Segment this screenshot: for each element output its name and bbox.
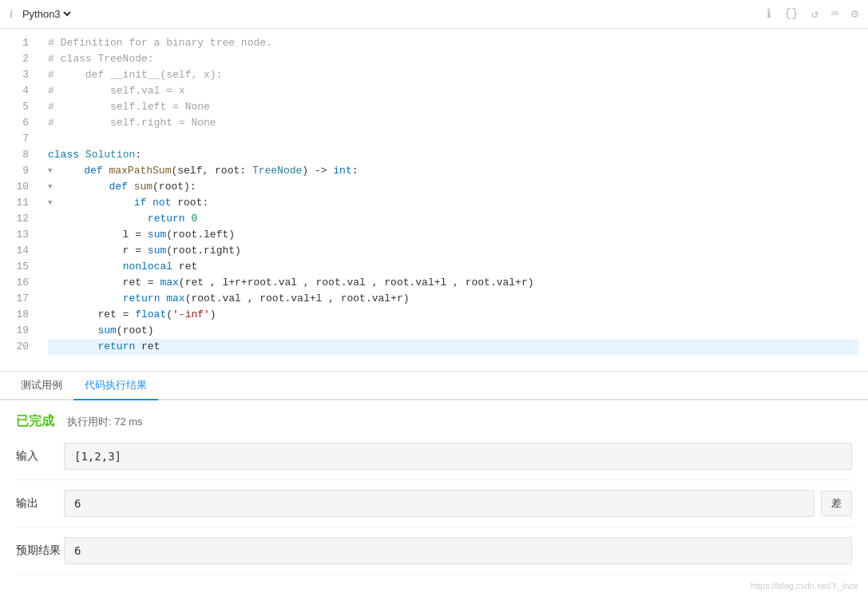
toolbar-left: i Python3 Java C++: [10, 7, 73, 21]
result-rows: 输入[1,2,3]输出6差预期结果6: [16, 443, 852, 575]
code-line: return max(root.val , root.val+l , root.…: [48, 291, 858, 307]
code-line: return ret: [48, 339, 858, 355]
toolbar-right: ℹ {} ↺ ⌨ ⚙: [767, 6, 858, 22]
line-numbers: 1234567891011121314151617181920: [0, 29, 38, 371]
code-line: ▼ def sum(root):: [48, 179, 858, 195]
tab-代码执行结果[interactable]: 代码执行结果: [73, 372, 158, 400]
code-line: # def __init__(self, x):: [48, 67, 858, 83]
tab-测试用例[interactable]: 测试用例: [10, 372, 73, 400]
status-complete: 已完成: [16, 413, 54, 430]
refresh-icon[interactable]: ↺: [811, 6, 818, 22]
code-line: nonlocal ret: [48, 259, 858, 275]
code-line: # class TreeNode:: [48, 51, 858, 67]
toolbar: i Python3 Java C++ ℹ {} ↺ ⌨ ⚙: [0, 0, 868, 29]
terminal-icon[interactable]: ⌨: [831, 6, 838, 22]
result-row-value: [1,2,3]: [64, 443, 852, 470]
result-row-label: 输入: [16, 449, 64, 464]
code-line: ret = float('-inf'): [48, 307, 858, 323]
language-select[interactable]: Python3 Java C++: [19, 7, 73, 21]
result-row-value: 6: [64, 490, 814, 517]
editor-area: 1234567891011121314151617181920 # Defini…: [0, 29, 868, 372]
info-icon: i: [10, 8, 13, 21]
watermark: https://blog.csdn.net/Y_lnce: [751, 581, 858, 591]
code-line: ▼ if not root:: [48, 195, 858, 211]
code-line: # self.left = None: [48, 99, 858, 115]
status-time: 执行用时: 72 ms: [67, 415, 143, 429]
code-line: return 0: [48, 211, 858, 227]
code-line: r = sum(root.right): [48, 243, 858, 259]
code-line: ret = max(ret , l+r+root.val , root.val …: [48, 275, 858, 291]
code-braces-icon[interactable]: {}: [784, 7, 799, 21]
code-line: [48, 131, 858, 147]
code-line: ▼ def maxPathSum(self, root: TreeNode) -…: [48, 163, 858, 179]
settings-icon[interactable]: ⚙: [851, 6, 858, 22]
code-line: # self.right = None: [48, 115, 858, 131]
code-line: l = sum(root.left): [48, 227, 858, 243]
code-line: class Solution:: [48, 147, 858, 163]
code-line: # self.val = x: [48, 83, 858, 99]
diff-button[interactable]: 差: [821, 491, 852, 516]
code-line: # Definition for a binary tree node.: [48, 35, 858, 51]
result-row: 预期结果6: [16, 537, 852, 575]
info-circle-icon[interactable]: ℹ: [767, 6, 771, 22]
results-area: 已完成 执行用时: 72 ms 输入[1,2,3]输出6差预期结果6: [0, 400, 868, 597]
tabs-bar: 测试用例代码执行结果: [0, 372, 868, 400]
language-selector[interactable]: Python3 Java C++: [19, 7, 73, 21]
result-row-label: 预期结果: [16, 543, 64, 558]
result-status: 已完成 执行用时: 72 ms: [16, 413, 852, 430]
result-row: 输出6差: [16, 490, 852, 527]
code-content[interactable]: # Definition for a binary tree node.# cl…: [38, 29, 868, 371]
code-line: sum(root): [48, 323, 858, 339]
result-row-label: 输出: [16, 496, 64, 511]
result-row: 输入[1,2,3]: [16, 443, 852, 480]
result-row-value: 6: [64, 537, 852, 564]
